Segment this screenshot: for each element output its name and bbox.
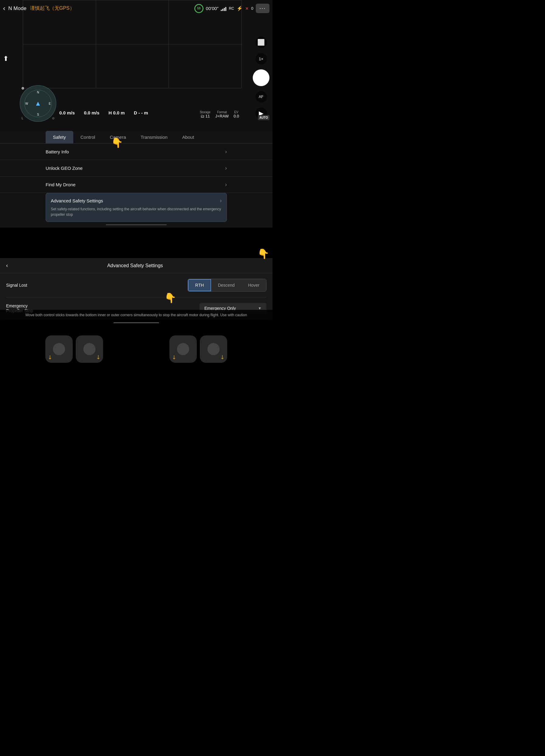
gallery-icon[interactable]: ⬜ <box>256 37 267 48</box>
joystick-arrow-right-2: ↘ <box>94 353 102 361</box>
af-icon[interactable]: AF <box>256 91 267 103</box>
descend-button[interactable]: Descend <box>211 279 241 291</box>
sub-panel-header: ‹ Advanced Safety Settings <box>0 258 272 273</box>
signal-lost-segment: RTH Descend Hover <box>188 279 267 292</box>
shutter-button[interactable] <box>253 69 270 86</box>
warning-icon-1: ⚡ <box>237 5 243 11</box>
signal-bar-3 <box>224 8 225 11</box>
distance: D - - m <box>134 110 148 115</box>
back-button[interactable]: ‹ <box>3 5 5 12</box>
left-controls: ⬆ <box>3 55 9 63</box>
hover-button[interactable]: Hover <box>242 279 266 291</box>
bottom-instruction-text: Move both control sticks towards the bot… <box>0 310 272 320</box>
compass-north: N <box>37 91 39 94</box>
rth-button[interactable]: RTH <box>188 279 211 291</box>
top-bar: ‹ N Mode 谨慎起飞（无GPS） 59 00'00" RC ⚡ ✕ 0 ·… <box>0 0 272 17</box>
compass-l-label: L <box>22 117 23 120</box>
camera-grid-horizontal <box>23 44 242 44</box>
scroll-indicator <box>106 224 167 225</box>
storage-count: Storage 🗂 11 <box>200 110 211 118</box>
signal-bar-2 <box>222 9 223 11</box>
tab-about[interactable]: About <box>175 131 201 143</box>
joystick-knob-1 <box>53 343 65 355</box>
right-joystick-1[interactable]: ↙ <box>170 335 197 363</box>
altitude: H 0.0 m <box>109 110 125 115</box>
chevron-advanced: › <box>220 198 222 204</box>
tab-camera[interactable]: Camera <box>103 131 133 143</box>
right-controls: ⬜ 1× AF ▶ <box>253 37 270 119</box>
tab-control[interactable]: Control <box>73 131 103 143</box>
compass-dot <box>22 87 24 89</box>
geo-zone-row[interactable]: Unlock GEO Zone › <box>0 160 272 177</box>
right-joystick-group: ↙ ↘ <box>170 335 227 363</box>
speed-vertical: 0.0 m/s <box>59 110 75 115</box>
joystick-knob-2 <box>83 343 96 355</box>
bottom-scroll-indicator <box>114 322 159 323</box>
tab-bar: Safety Control Camera Transmission About <box>0 131 272 144</box>
top-right-controls: 59 00'00" RC ⚡ ✕ 0 ··· <box>194 4 270 13</box>
upload-icon[interactable]: ⬆ <box>3 55 9 62</box>
settings-list: Battery Info › Unlock GEO Zone › Find My… <box>0 144 272 193</box>
battery-info-row[interactable]: Battery Info › <box>0 144 272 160</box>
compass-south: S <box>37 113 39 116</box>
left-joystick-2[interactable]: ↘ <box>76 335 103 363</box>
compass-inner: N E W S ▲ <box>24 90 52 117</box>
compass: N E W S ▲ L ⊙ <box>20 85 56 122</box>
left-joystick-1[interactable]: ↙ <box>45 335 73 363</box>
left-joystick-group: ↙ ↘ <box>45 335 103 363</box>
chevron-geo: › <box>225 165 227 171</box>
joystick-area: ↙ ↘ ↙ ↘ <box>0 320 272 378</box>
zoom-icon[interactable]: 1× <box>256 53 267 65</box>
joystick-arrow-right-4: ↘ <box>218 353 226 361</box>
storage-icon: 🗂 <box>201 114 205 118</box>
sub-back-button[interactable]: ‹ <box>6 262 8 269</box>
signal-lost-row: Signal Lost RTH Descend Hover <box>6 273 267 297</box>
storage-info: Storage 🗂 11 Format J+RAW EV 0.0 <box>200 110 239 118</box>
joystick-knob-3 <box>177 343 189 355</box>
find-drone-row[interactable]: Find My Drone › <box>0 177 272 193</box>
compass-bearing: ⊙ <box>52 117 54 120</box>
format-info: Format J+RAW <box>215 110 229 118</box>
advanced-box-header: Advanced Safety Settings › <box>51 198 222 204</box>
flight-timer: 00'00" <box>206 6 219 11</box>
chevron-find: › <box>225 181 227 188</box>
battery-indicator: 59 <box>194 4 204 13</box>
compass-east: E <box>49 102 51 105</box>
signal-bars <box>221 6 226 11</box>
signal-bar-4 <box>225 7 226 11</box>
warning-text: 谨慎起飞（无GPS） <box>30 5 75 12</box>
flight-mode-label: N Mode <box>8 5 26 12</box>
ev-info: EV 0.0 <box>234 110 239 118</box>
settings-panel: Safety Control Camera Transmission About… <box>0 131 272 228</box>
right-joystick-2[interactable]: ↘ <box>200 335 227 363</box>
auto-icon: AUTO <box>258 115 270 120</box>
warning-icon-2: ✕ <box>245 6 249 11</box>
joystick-arrow-left-3: ↙ <box>170 353 178 361</box>
rc-label: RC <box>229 6 234 11</box>
joystick-arrow-left-1: ↙ <box>46 353 54 361</box>
compass-west: W <box>25 102 28 105</box>
warning-count: 0 <box>251 6 253 11</box>
signal-bar-1 <box>221 10 222 11</box>
advanced-safety-box[interactable]: Advanced Safety Settings › Set safety-re… <box>46 193 227 222</box>
menu-button[interactable]: ··· <box>256 4 270 13</box>
flight-stats: 0.0 m/s 0.0 m/s H 0.0 m D - - m <box>59 110 148 115</box>
tab-safety[interactable]: Safety <box>46 131 73 143</box>
speed-horizontal: 0.0 m/s <box>84 110 100 115</box>
tab-transmission[interactable]: Transmission <box>133 131 175 143</box>
compass-arrow: ▲ <box>35 100 41 107</box>
chevron-battery: › <box>225 149 227 155</box>
joystick-knob-4 <box>208 343 220 355</box>
